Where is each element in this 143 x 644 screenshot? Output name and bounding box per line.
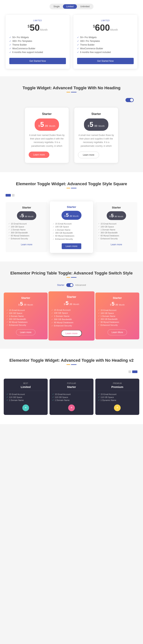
dark-features-2: ✓15 Email Account ✓110 GB Space ✓1 Domai…: [52, 393, 91, 402]
square-active: [6, 194, 11, 196]
check-icon: ✓: [77, 36, 79, 39]
section2-title: Toggle Widget: Advanced Toggle With No H…: [23, 86, 120, 90]
price-pill-blue-1: $ 5 .99 Month: [61, 211, 82, 220]
price-sup-2: $: [93, 24, 95, 28]
price-pill-dark2-3: $ 5 .99 Month: [107, 211, 126, 220]
learn-more-button-3[interactable]: Learn more: [62, 243, 81, 249]
square-active-r: [132, 370, 137, 373]
grad-features-2: ✓15 Email Account ✓100 GB Space ✓1 Domai…: [51, 308, 92, 327]
feature-item: ✓Enhanced Security: [51, 324, 92, 327]
tab-single[interactable]: Single: [50, 4, 63, 9]
feature-item: ✓90 Mysql Databases: [51, 321, 92, 324]
check-gray-icon: ✓: [8, 234, 10, 236]
pricing-card-3-2: Starter $ 5 .99 Month ✓15 Email Account …: [50, 202, 93, 253]
feature-item: ✓15 Email Account: [53, 222, 90, 225]
toggle-square-indicator[interactable]: [6, 194, 15, 196]
check-gray-icon: ✓: [8, 222, 10, 225]
card3-title-1: Starter: [8, 206, 45, 209]
feature-item: ✓Enhanced Security: [7, 324, 45, 326]
feature-item: ✓100 GB Space: [51, 312, 92, 315]
btn-circle-green[interactable]: +: [22, 404, 29, 411]
btn-circle-yellow[interactable]: +: [114, 404, 121, 411]
feature-item: ✓Enhanced Security: [8, 237, 45, 240]
check-icon: ✓: [9, 47, 11, 50]
feature-item: ✓15 Email Account: [7, 309, 45, 312]
btn-circle-pink[interactable]: +: [68, 404, 75, 411]
feature-item: ✓50+ Pro Widgets: [9, 36, 66, 39]
underline-blue: [71, 188, 77, 188]
toggle-switch[interactable]: [125, 98, 134, 102]
toggle-switch-sm[interactable]: [66, 283, 73, 287]
learn-more-link-1[interactable]: Learn more: [21, 243, 32, 246]
tab-limited[interactable]: Limited: [63, 4, 77, 9]
feature-item: ✓15 Email Account: [8, 222, 45, 225]
gp-dec: .99: [23, 304, 27, 306]
price-dec: .99: [94, 124, 97, 128]
feature-item: ✓Enhanced Security: [98, 324, 136, 326]
feature-item: ✓90 Mysql Databases: [7, 320, 45, 324]
divider-1: [7, 391, 45, 391]
p-num: 5: [21, 213, 24, 218]
check-icon: ✓: [77, 51, 79, 54]
section5-title: Elementor Toggle Widget: Advanced Toggle…: [10, 358, 134, 363]
dark-card-2: POPULAR Starter ✓15 Email Account ✓110 G…: [50, 379, 93, 415]
gp-period: Month: [119, 304, 125, 306]
check-white-icon: ✓: [51, 318, 53, 320]
check-gray-icon: ✓: [53, 222, 54, 225]
price-pill-red: $ 5 .99 Month: [35, 118, 59, 131]
check-white-icon: ✓: [7, 315, 8, 317]
learn-more-grad-3[interactable]: Learn More: [108, 329, 127, 335]
tab-unlimited[interactable]: Unlimited: [77, 4, 93, 9]
grad-card-3: Starter $ 5 .99 Month ✓15 Email Account …: [95, 292, 139, 340]
grad-title-2: Starter: [51, 295, 92, 298]
card-sm-title-1: Starter: [29, 112, 65, 116]
check-gray-icon: ✓: [98, 238, 100, 240]
underline-orange: [66, 188, 70, 188]
card3-features-2: ✓15 Email Account ✓100 GB Space ✓1 Domai…: [53, 222, 90, 240]
grad-title-3: Starter: [98, 296, 136, 300]
check-icon: ✓: [9, 51, 11, 54]
price-period-2: /Month: [110, 28, 118, 31]
get-started-button-2[interactable]: Get Started Now: [77, 58, 134, 64]
underline-orange: [66, 277, 70, 278]
card3-title-2: Starter: [53, 205, 90, 208]
underline-orange: [66, 92, 70, 92]
dark-feature-item: ✓110 GB Space: [7, 396, 45, 399]
check-white-icon: ✓: [98, 324, 100, 326]
gp-sup: $: [19, 304, 20, 306]
feature-item: ✓60 Mysql Databases: [98, 234, 135, 237]
get-started-button-1[interactable]: Get Started Now: [9, 58, 66, 64]
check-white-icon: ✓: [7, 324, 8, 326]
check-gray-icon: ✓: [98, 228, 100, 230]
gp-num: 5: [111, 301, 114, 307]
price-period: Month: [49, 125, 55, 128]
title-underline-3: [66, 188, 77, 188]
learn-more-button-1[interactable]: Learn more: [29, 152, 49, 158]
check-teal-icon: ✓: [98, 399, 100, 401]
grad-features-1: ✓15 Email Account ✓100 GB Space ✓1 Domai…: [7, 309, 45, 326]
grad-price-3: $ 5 .99 Month: [110, 301, 125, 307]
feature-item: ✓300 GB Bandwidth: [7, 318, 45, 320]
price-pill-dark2-1: $ 5 .99 Month: [17, 211, 36, 220]
learn-more-grad-2[interactable]: Learn more: [61, 330, 82, 336]
learn-more-link-3[interactable]: Learn more: [111, 243, 122, 246]
p-dec: .99: [69, 215, 72, 217]
check-white-icon: ✓: [7, 309, 8, 311]
dark-card-badge-3: PREMIUM: [98, 382, 136, 384]
learn-more-button-2[interactable]: Learn more: [78, 152, 99, 158]
grad-price-1: $ 5 .99 Month: [19, 301, 33, 307]
pricing-toggle-tabs[interactable]: Single Limited Unlimited: [50, 4, 93, 9]
check-gray-icon: ✓: [98, 234, 100, 236]
p-period: Month: [28, 215, 34, 218]
feature-item: ✓Enhanced Security: [53, 237, 90, 240]
check-white-icon: ✓: [51, 312, 53, 314]
toggle-label-starter: Starter: [57, 284, 64, 286]
feature-item: ✓60 Mysql Databases: [8, 234, 45, 237]
check-white-icon: ✓: [7, 312, 8, 314]
toggle-sq-right[interactable]: [128, 370, 139, 373]
dark-feature-item: ✓15 Email Account: [52, 393, 91, 396]
feature-item: ✓1 Domain Name: [7, 315, 45, 318]
learn-more-grad-1[interactable]: Learn more: [16, 329, 35, 335]
feature-item: ✓15 Email Account: [98, 222, 135, 225]
feature-item: ✓60 Mysql Databases: [53, 234, 90, 237]
